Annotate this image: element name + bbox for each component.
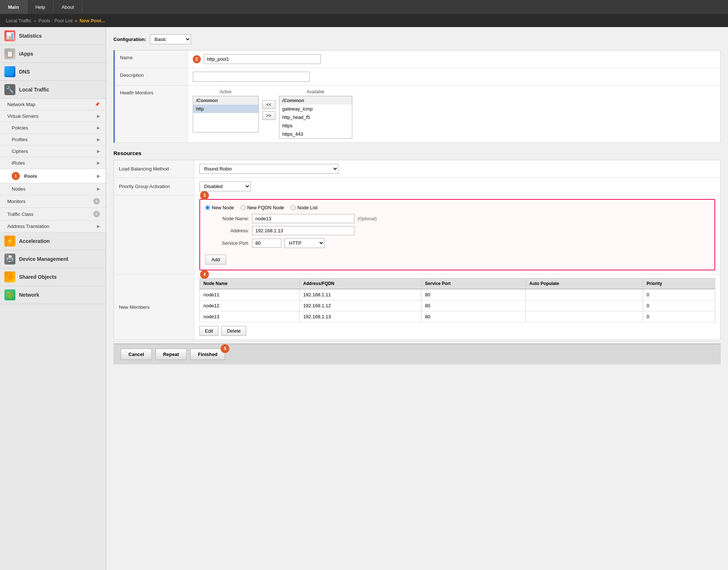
- lb-method-row: Load Balancing Method Round Robin Least …: [114, 160, 721, 178]
- priority-select[interactable]: Disabled Enabled: [199, 181, 251, 191]
- sidebar-label-address-translation: Address Translation: [7, 224, 49, 229]
- plus-icon[interactable]: +: [93, 211, 100, 217]
- sidebar-item-network-map[interactable]: Network Map 📌: [0, 99, 106, 110]
- breadcrumb-current: New Pool...: [80, 18, 105, 23]
- address-input[interactable]: [252, 226, 354, 235]
- sidebar-item-address-translation[interactable]: Address Translation ▶: [0, 221, 106, 232]
- lb-method-select[interactable]: Round Robin Least Connections Fastest Ob…: [199, 164, 338, 174]
- cell-service-port: 80: [421, 300, 525, 311]
- available-list-box: /Common gateway_icmp http_head_f5 https …: [279, 96, 352, 139]
- description-input[interactable]: [193, 72, 310, 82]
- sidebar-item-monitors[interactable]: Monitors +: [0, 195, 106, 208]
- node-name-input[interactable]: [252, 214, 354, 223]
- health-monitors-value-cell: Active /Common http << >> Available: [187, 86, 721, 143]
- finished-button[interactable]: Finished: [190, 349, 225, 360]
- node-add-row: 3 New Node New FQDN Node: [114, 195, 721, 274]
- radio-new-node-input[interactable]: [205, 205, 210, 210]
- breadcrumb-part-1[interactable]: Local Traffic: [6, 18, 31, 23]
- cell-node-name: node11: [200, 289, 300, 300]
- arrow-icon: ▶: [97, 161, 100, 165]
- delete-button[interactable]: Delete: [221, 326, 246, 336]
- edit-button[interactable]: Edit: [199, 326, 218, 336]
- sidebar-item-nodes[interactable]: Nodes ▶: [0, 183, 106, 195]
- node-badge: 3: [200, 191, 209, 200]
- new-members-label: New Members: [114, 274, 194, 340]
- arrow-icon: ▶: [97, 174, 100, 179]
- available-list-item[interactable]: gateway_icmp: [279, 105, 352, 113]
- members-header-row: Node Name Address/FQDN Service Port Auto…: [200, 278, 715, 289]
- shared-objects-icon: 🔶: [4, 271, 15, 282]
- tab-main[interactable]: Main: [0, 0, 27, 14]
- plus-icon[interactable]: +: [93, 198, 100, 205]
- service-port-field-label: Service Port:: [205, 240, 249, 246]
- sidebar-item-shared-objects[interactable]: 🔶 Shared Objects: [0, 268, 106, 286]
- active-list-item[interactable]: http: [193, 105, 258, 113]
- sidebar-item-traffic-class[interactable]: Traffic Class +: [0, 208, 106, 221]
- col-service-port: Service Port: [421, 278, 525, 289]
- cell-address: 192.168.1.11: [299, 289, 421, 300]
- name-input[interactable]: [204, 54, 321, 64]
- node-add-value-cell: 3 New Node New FQDN Node: [194, 195, 721, 274]
- radio-new-node-label: New Node: [212, 205, 234, 210]
- main-form-table: Name 2 Description Health Monitors: [113, 50, 721, 143]
- cancel-button[interactable]: Cancel: [121, 349, 152, 360]
- sidebar-label-nodes: Nodes: [12, 186, 26, 192]
- top-nav: Main Help About: [0, 0, 728, 14]
- finished-badge: 5: [221, 344, 229, 353]
- radio-node-list-input[interactable]: [291, 205, 296, 210]
- add-button[interactable]: >>: [262, 111, 275, 120]
- breadcrumb-part-2[interactable]: Pools : Pool List: [38, 18, 72, 23]
- sidebar-item-network[interactable]: 🟢 Network: [0, 286, 106, 304]
- description-row: Description: [114, 68, 721, 86]
- network-icon: 🟢: [4, 289, 15, 300]
- sidebar-label-acceleration: Acceleration: [19, 238, 50, 244]
- main-layout: 📊 Statistics 📋 iApps 🌐 DNS 🔧 Local Traff…: [0, 27, 728, 570]
- cell-priority: 0: [643, 311, 715, 322]
- radio-node-list[interactable]: Node List: [291, 205, 318, 210]
- available-list-label: Available: [279, 89, 352, 94]
- radio-new-fqdn[interactable]: New FQDN Node: [241, 205, 284, 210]
- available-list-item[interactable]: http_head_f5: [279, 113, 352, 121]
- device-management-icon: 🖨️: [4, 254, 15, 265]
- radio-node-list-label: Node List: [297, 205, 318, 210]
- col-priority: Priority: [643, 278, 715, 289]
- arrow-icon: ▶: [97, 137, 100, 142]
- add-node-button[interactable]: Add: [205, 255, 226, 265]
- sidebar-item-device-management[interactable]: 🖨️ Device Management: [0, 250, 106, 268]
- description-label: Description: [114, 68, 187, 86]
- configuration-select[interactable]: Basic Advanced: [150, 34, 191, 44]
- sidebar-label-virtual-servers: Virtual Servers: [7, 113, 38, 119]
- active-list-box: /Common http: [193, 96, 259, 132]
- sidebar-item-policies[interactable]: Policies ▶: [0, 122, 106, 134]
- list-button-group: << >>: [262, 100, 275, 120]
- radio-new-node[interactable]: New Node: [205, 205, 234, 210]
- arrow-icon: ▶: [97, 114, 100, 119]
- sidebar-item-iapps[interactable]: 📋 iApps: [0, 45, 106, 63]
- tab-help[interactable]: Help: [27, 0, 54, 14]
- sidebar-item-virtual-servers[interactable]: Virtual Servers ▶: [0, 110, 106, 122]
- cell-service-port: 80: [421, 289, 525, 300]
- sidebar-item-statistics[interactable]: 📊 Statistics: [0, 27, 106, 45]
- sidebar-item-acceleration[interactable]: ⚡ Acceleration: [0, 232, 106, 250]
- members-badge: 4: [200, 270, 209, 279]
- name-value-cell: 2: [187, 50, 721, 68]
- sidebar-item-profiles[interactable]: Profiles ▶: [0, 134, 106, 146]
- sidebar-item-ciphers[interactable]: Ciphers ▶: [0, 146, 106, 157]
- cell-node-name: node12: [200, 300, 300, 311]
- iapps-icon: 📋: [4, 48, 15, 59]
- service-port-input[interactable]: [252, 239, 281, 248]
- active-list-label: Active: [193, 89, 259, 94]
- radio-new-fqdn-input[interactable]: [241, 205, 245, 210]
- remove-button[interactable]: <<: [262, 100, 275, 109]
- sidebar-item-local-traffic[interactable]: 🔧 Local Traffic: [0, 81, 106, 99]
- table-row: node12 192.168.1.12 80 0: [200, 300, 715, 311]
- service-port-select[interactable]: HTTP HTTPS FTP SSH SMTP Other: [284, 238, 324, 248]
- sidebar-label-device-management: Device Management: [19, 256, 68, 262]
- available-list-item[interactable]: https: [279, 121, 352, 130]
- sidebar-item-dns[interactable]: 🌐 DNS: [0, 63, 106, 81]
- repeat-button[interactable]: Repeat: [155, 349, 187, 360]
- tab-about[interactable]: About: [53, 0, 82, 14]
- sidebar-item-pools[interactable]: 1 Pools ▶: [0, 169, 106, 183]
- available-list-item[interactable]: https_443: [279, 130, 352, 138]
- sidebar-item-irules[interactable]: iRules ▶: [0, 157, 106, 169]
